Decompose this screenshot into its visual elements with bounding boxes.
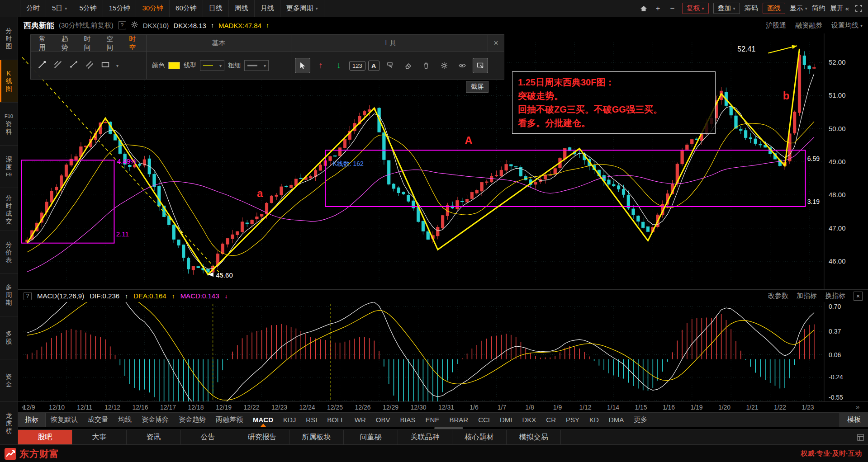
bottom-tab-关联品种[interactable]: 关联品种: [398, 430, 452, 444]
bottom-tab-所属板块[interactable]: 所属板块: [289, 430, 344, 444]
eraser-icon[interactable]: [400, 58, 416, 73]
macd-chart-area[interactable]: 0.700.370.06-0.24-0.55: [18, 302, 868, 401]
panel-expand-icon[interactable]: [857, 434, 864, 443]
sidebar-item-资金[interactable]: 资金: [0, 359, 18, 402]
close-icon[interactable]: ×: [488, 35, 504, 52]
zoom-out-button[interactable]: −: [668, 4, 678, 14]
toolbar-button-1[interactable]: 复权▾: [682, 3, 709, 14]
sidebar-item-分价表[interactable]: 分价表: [0, 231, 18, 274]
change-params-button[interactable]: 改参数: [768, 292, 788, 300]
toolbar-button-5[interactable]: 显示▾: [790, 4, 807, 13]
numbers-tool[interactable]: 123: [349, 61, 365, 71]
indicator-item-CR[interactable]: CR: [541, 413, 561, 427]
trash-icon[interactable]: [418, 58, 434, 73]
indicator-item-CCI[interactable]: CCI: [473, 413, 495, 427]
ma-settings-button[interactable]: 设置均线▾: [831, 21, 863, 30]
indicator-item-MACD[interactable]: MACD: [248, 413, 278, 427]
indicator-tab[interactable]: 指标: [18, 413, 46, 427]
indicator-item-RSI[interactable]: RSI: [301, 413, 322, 427]
weight-dropdown[interactable]: ▾: [244, 60, 269, 71]
chevron-down-icon[interactable]: ▾: [116, 63, 119, 68]
screenshot-tool-icon[interactable]: [473, 58, 488, 73]
toolbar-button-4[interactable]: 画线: [763, 3, 785, 14]
period-tab-9[interactable]: 月线: [255, 0, 280, 17]
bottom-tab-公告[interactable]: 公告: [181, 430, 235, 444]
indicator-item-OBV[interactable]: OBV: [371, 413, 395, 427]
chart-annotation-6[interactable]: b: [783, 90, 790, 102]
period-tab-7[interactable]: 日线: [203, 0, 229, 17]
period-tab-1[interactable]: 分时: [20, 0, 46, 17]
toolbar-button-2[interactable]: 叠加▾: [713, 3, 740, 14]
period-tab-2[interactable]: 5日▾: [46, 0, 73, 17]
chart-annotation-9[interactable]: 3.19: [807, 198, 820, 205]
indicator-item-两融差额[interactable]: 两融差额: [211, 413, 248, 427]
chart-annotation-8[interactable]: 6.59: [807, 155, 820, 162]
bottom-tab-核心题材[interactable]: 核心题材: [452, 430, 507, 444]
bottom-tab-大事[interactable]: 大事: [72, 430, 127, 444]
draw-tab-空间[interactable]: 空间: [101, 35, 123, 52]
indicator-item-BRAR[interactable]: BRAR: [444, 413, 473, 427]
indicator-item-KD[interactable]: KD: [584, 413, 604, 427]
period-tab-10[interactable]: 更多周期▾: [280, 0, 324, 17]
gear-icon[interactable]: [436, 58, 452, 73]
link-hugutong[interactable]: 沪股通: [766, 21, 786, 30]
indicator-item-均线[interactable]: 均线: [113, 413, 137, 427]
chart-annotation-7[interactable]: K线数: 162: [332, 160, 364, 167]
period-tab-6[interactable]: 60分钟: [170, 0, 203, 17]
bottom-tab-问董秘[interactable]: 问董秘: [344, 430, 398, 444]
indicator-item-DMI[interactable]: DMI: [495, 413, 517, 427]
close-icon[interactable]: ×: [854, 292, 863, 301]
mark-up-tool-icon[interactable]: ↑: [313, 58, 328, 73]
macd-svg[interactable]: 0.700.370.06-0.24-0.55: [18, 302, 868, 401]
toolbar-button-3[interactable]: 筹码: [745, 4, 758, 13]
draw-tab-常用[interactable]: 常用: [33, 35, 56, 52]
draw-channel-icon[interactable]: [85, 60, 95, 71]
bottom-tab-股吧[interactable]: 股吧: [18, 430, 72, 444]
indicator-item-成交量[interactable]: 成交量: [83, 413, 113, 427]
sidebar-item-深度F9[interactable]: 深度F9: [0, 146, 18, 189]
draw-line-icon[interactable]: [37, 60, 47, 71]
help-icon[interactable]: ?: [118, 21, 126, 29]
sidebar-item-龙虎榜[interactable]: 龙虎榜: [0, 402, 18, 445]
zoom-in-button[interactable]: +: [653, 4, 663, 14]
draw-tab-时空[interactable]: 时空: [123, 35, 146, 52]
indicator-item-PSY[interactable]: PSY: [561, 413, 584, 427]
format-brush-icon[interactable]: [382, 58, 398, 73]
home-icon[interactable]: [639, 4, 649, 14]
period-tab-5[interactable]: 30分钟: [136, 0, 170, 17]
indicator-item-BOLL[interactable]: BOLL: [322, 413, 349, 427]
draw-segment-icon[interactable]: [69, 60, 79, 71]
link-rongzironquan[interactable]: 融资融券: [795, 21, 822, 30]
eye-icon[interactable]: [455, 58, 470, 73]
help-icon[interactable]: ?: [24, 292, 32, 300]
chart-annotation-1[interactable]: 4.49%: [117, 157, 137, 165]
draw-tab-趋势[interactable]: 趋势: [56, 35, 79, 52]
scrollbar-handle[interactable]: [434, 427, 463, 429]
indicator-item-KDJ[interactable]: KDJ: [278, 413, 301, 427]
chart-annotation-5[interactable]: A: [465, 134, 472, 146]
period-tab-4[interactable]: 15分钟: [103, 0, 137, 17]
gear-icon[interactable]: [131, 21, 138, 30]
sidebar-item-多周期[interactable]: 多周期: [0, 274, 18, 317]
sidebar-item-分时图[interactable]: 分时图: [0, 17, 18, 60]
bottom-tab-模拟交易[interactable]: 模拟交易: [507, 430, 561, 444]
toolbar-button-6[interactable]: 简约: [812, 4, 825, 13]
sidebar-item-分时成交[interactable]: 分时成交: [0, 188, 18, 231]
chart-annotation-4[interactable]: a: [257, 187, 263, 199]
sidebar-item-F10资料[interactable]: F10资料: [0, 103, 18, 146]
switch-indicator-button[interactable]: 换指标: [825, 292, 845, 300]
indicator-item-资金趋势[interactable]: 资金趋势: [174, 413, 211, 427]
drawn-note-box[interactable]: 1.25日周末西典30F图： 突破走势。 回抽不破ZG三买。不破GG强三买。 看…: [512, 71, 716, 134]
template-button[interactable]: 模板: [840, 413, 868, 427]
chart-annotation-2[interactable]: 2.11: [116, 230, 129, 238]
indicator-item-恢复默认[interactable]: 恢复默认: [46, 413, 83, 427]
sidebar-item-多股[interactable]: 多股: [0, 316, 18, 359]
indicator-item-DMA[interactable]: DMA: [604, 413, 629, 427]
draw-tab-时间[interactable]: 时间: [79, 35, 101, 52]
mark-down-tool-icon[interactable]: ↓: [331, 58, 346, 73]
chart-annotation-3[interactable]: 45.60: [216, 271, 233, 279]
scroll-right-icon[interactable]: »: [856, 403, 859, 410]
add-indicator-button[interactable]: 加指标: [797, 292, 817, 300]
indicator-item-ENE[interactable]: ENE: [421, 413, 445, 427]
period-tab-8[interactable]: 周线: [229, 0, 255, 17]
